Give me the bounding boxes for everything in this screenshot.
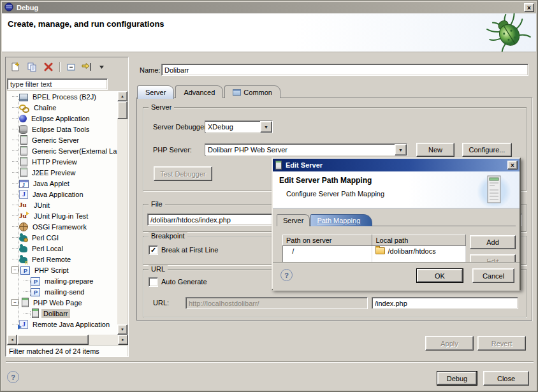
filter-menu-arrow-icon[interactable] [98, 61, 105, 73]
tree-item-php-script[interactable]: −PHP Script [7, 265, 118, 275]
name-input[interactable] [161, 64, 528, 76]
toolbar-separator [59, 62, 60, 72]
revert-button[interactable]: Revert [477, 336, 526, 351]
tab-advanced[interactable]: Advanced [175, 85, 223, 98]
dialog-header-subtitle: Configure Server Path Mapping [286, 190, 384, 198]
chevron-down-icon[interactable]: ▼ [260, 121, 272, 133]
tree-item-junit[interactable]: JUnit [7, 200, 118, 210]
tree-item-perl-local[interactable]: Perl Local [7, 243, 118, 254]
column-path-on-server[interactable]: Path on server [283, 235, 372, 246]
php-script-icon [31, 277, 40, 286]
dialog-tab-server[interactable]: Server [277, 214, 310, 226]
tree-item-label: Perl Remote [30, 255, 73, 264]
tab-server[interactable]: Server [137, 85, 174, 99]
tree-item-java-application[interactable]: Java Application [7, 189, 118, 200]
ok-button[interactable]: OK [416, 268, 463, 283]
name-label: Name: [140, 66, 160, 74]
tree-item-http-preview[interactable]: HTTP Preview [7, 156, 118, 167]
tree-item-label: HTTP Preview [30, 157, 79, 166]
edit-mapping-button[interactable]: Edit [470, 254, 516, 263]
auto-generate-checkbox[interactable]: ✓ [149, 277, 158, 287]
perl-remote-icon [19, 257, 27, 263]
tree-vertical-scrollbar[interactable]: ▲ ▼ [117, 91, 127, 335]
url-path-input[interactable] [372, 297, 518, 309]
dialog-help-icon[interactable]: ? [280, 269, 293, 281]
duplicate-configuration-button[interactable] [26, 61, 38, 73]
collapse-all-button[interactable] [65, 61, 76, 73]
tab-common[interactable]: Common [224, 85, 280, 98]
cancel-button[interactable]: Cancel [472, 268, 514, 283]
url-base-input [185, 297, 368, 309]
tree-item-junit-plug-in-test[interactable]: JUnit Plug-in Test [7, 210, 118, 221]
tree-item-eclipse-data-tools[interactable]: Eclipse Data Tools [7, 124, 118, 134]
tree-item-mailing-prepare[interactable]: mailing-prepare [7, 275, 118, 286]
tree-item-php-web-page[interactable]: −PHP Web Page [7, 297, 118, 308]
scroll-right-icon[interactable]: ► [118, 335, 128, 345]
tree-item-osgi-framework[interactable]: OSGi Framework [7, 221, 118, 232]
cell-local-path: /dolibarr/htdocs [372, 246, 466, 257]
configure-server-button[interactable]: Configure... [462, 143, 512, 157]
server-icon [275, 161, 282, 170]
tree-connector [12, 215, 18, 216]
server-tower-icon [477, 173, 511, 207]
server-icon [20, 168, 27, 177]
config-tree-panel: BPEL Process (B2J)ChaîneEclipse Applicat… [5, 57, 129, 357]
window-close-button[interactable]: × [524, 3, 534, 12]
server-debugger-combo[interactable]: XDebug ▼ [205, 120, 273, 133]
php-server-combo[interactable]: Dolibarr PHP Web Server ▼ [205, 143, 407, 156]
debug-button[interactable]: Debug [437, 371, 477, 386]
filter-input[interactable] [7, 78, 108, 90]
dialog-close-button[interactable]: × [507, 161, 518, 170]
help-icon[interactable]: ? [7, 371, 19, 383]
tree-item-label: Dolibarr [41, 309, 70, 318]
java-application-icon [19, 190, 28, 199]
apply-button[interactable]: Apply [425, 336, 474, 351]
test-debugger-button[interactable]: Test Debugger [154, 166, 212, 181]
url-group-label: URL [149, 265, 168, 273]
tree-item-mailing-send[interactable]: mailing-send [7, 286, 118, 297]
break-first-line-label: Break at First Line [161, 246, 218, 254]
delete-configuration-button[interactable] [43, 61, 54, 73]
chevron-down-icon[interactable]: ▼ [395, 144, 407, 156]
new-server-button[interactable]: New [416, 143, 454, 157]
tree-item-generic-server-external-la[interactable]: Generic Server(External La [7, 145, 118, 156]
tree-item-dolibarr[interactable]: Dolibarr [7, 308, 118, 319]
tree-connector [12, 172, 18, 173]
horizontal-scroll-thumb[interactable] [17, 335, 89, 345]
tree-item-perl-cgi[interactable]: Perl CGI [7, 232, 118, 243]
tree-horizontal-scrollbar[interactable]: ◄ ► [7, 335, 128, 345]
debug-window: Debug × Create, manage, and run configur… [0, 0, 538, 392]
tree-item-remote-java-application[interactable]: Remote Java Application [7, 319, 118, 330]
tree-connector [24, 280, 29, 281]
tree-item-j2ee-preview[interactable]: J2EE Preview [7, 167, 118, 178]
tree-item-label: Chaîne [32, 103, 58, 112]
filter-button[interactable] [82, 61, 93, 73]
tree-item-generic-server[interactable]: Generic Server [7, 134, 118, 145]
collapse-toggle-icon[interactable]: − [11, 266, 18, 273]
tree-item-label: Eclipse Data Tools [30, 125, 91, 134]
close-button[interactable]: Close [483, 371, 529, 386]
tree-connector [12, 161, 18, 162]
tree-item-bpel-process-b2j[interactable]: BPEL Process (B2J) [7, 91, 118, 102]
tree-item-cha-ne[interactable]: Chaîne [7, 102, 118, 113]
junit-icon [19, 201, 29, 210]
break-first-line-checkbox[interactable]: ✓ [149, 245, 158, 255]
scroll-down-icon[interactable]: ▼ [117, 324, 127, 335]
dialog-tab-path-mapping[interactable]: Path Mapping [310, 214, 372, 226]
bug-icon [486, 13, 531, 53]
add-mapping-button[interactable]: Add [470, 235, 516, 249]
tree-item-java-applet[interactable]: Java Applet [7, 178, 118, 189]
scroll-left-icon[interactable]: ◄ [7, 335, 17, 345]
tree-item-eclipse-application[interactable]: Eclipse Application [7, 113, 118, 124]
check-icon: ✓ [150, 247, 156, 254]
vertical-scroll-thumb[interactable] [117, 101, 127, 119]
table-row[interactable]: //dolibarr/htdocs [283, 246, 466, 257]
scroll-up-icon[interactable]: ▲ [117, 91, 127, 101]
new-configuration-button[interactable] [10, 61, 21, 73]
tree-connector [12, 248, 18, 249]
collapse-toggle-icon[interactable]: − [11, 299, 18, 306]
column-local-path[interactable]: Local path [372, 235, 466, 246]
tree-connector [12, 194, 18, 194]
tree-item-perl-remote[interactable]: Perl Remote [7, 254, 118, 265]
tree-connector [12, 259, 18, 259]
